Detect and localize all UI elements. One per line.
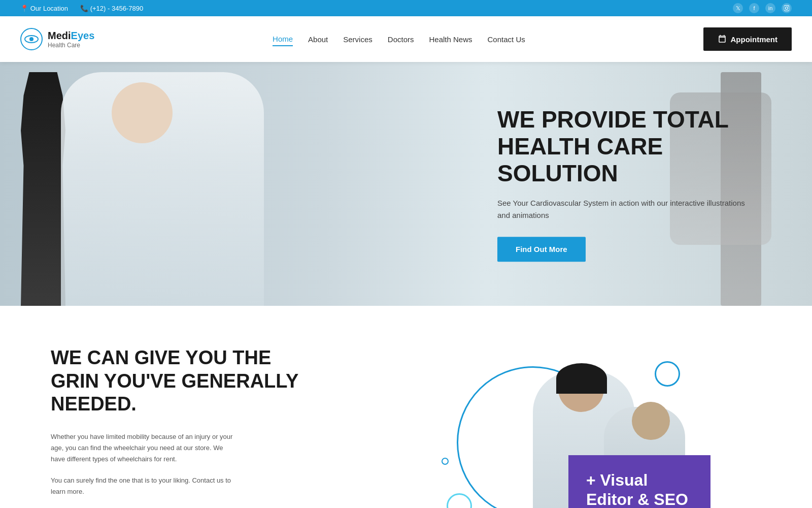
hero-content: WE PROVIDE TOTAL HEALTH CARE SOLUTION Se… (497, 106, 751, 262)
male-doctor-head (632, 402, 670, 440)
location-icon: 📍 (20, 5, 28, 12)
about-body-2: You can surely find the one that is to y… (51, 475, 233, 497)
location-info: 📍 Our Location (20, 5, 68, 12)
main-nav: Home About Services Doctors Health News … (273, 33, 525, 46)
phone-icon: 📞 (80, 5, 88, 12)
main-header: MediEyes Health Care Home About Services… (0, 16, 812, 62)
logo-name-part2: Eyes (71, 30, 95, 41)
hero-section: WE PROVIDE TOTAL HEALTH CARE SOLUTION Se… (0, 62, 812, 306)
logo-icon (20, 28, 43, 50)
promo-badge-title: + Visual Editor & SEO Tools (586, 470, 693, 508)
logo-name-part1: Medi (48, 30, 71, 41)
top-bar-left: 📍 Our Location 📞 (+12) - 3456-7890 (20, 5, 143, 12)
doctors-image-area: + Visual Editor & SEO Tools (528, 361, 690, 508)
hero-title: WE PROVIDE TOTAL HEALTH CARE SOLUTION (497, 106, 751, 187)
linkedin-icon[interactable]: in (765, 3, 775, 13)
logo-subtitle: Health Care (48, 42, 94, 49)
calendar-icon (718, 35, 727, 44)
hero-subtitle: See Your Cardiovascular System in action… (497, 197, 751, 221)
about-title-l1: WE CAN GIVE YOU THE (51, 347, 271, 368)
about-title-l3: NEEDED. (51, 393, 137, 415)
twitter-icon[interactable]: 𝕏 (733, 3, 743, 13)
female-doctor-hair (556, 363, 607, 394)
doctor-head-shape (112, 82, 173, 143)
top-bar-right: 𝕏 f in (733, 3, 792, 13)
instagram-icon[interactable] (782, 3, 792, 13)
hero-title-line1: WE PROVIDE TOTAL (497, 106, 729, 133)
nav-home[interactable]: Home (273, 33, 293, 46)
circle-dot (442, 458, 449, 465)
nav-health-news[interactable]: Health News (429, 33, 472, 46)
logo[interactable]: MediEyes Health Care (20, 28, 94, 50)
nav-doctors[interactable]: Doctors (388, 33, 414, 46)
circle-decoration-small-2 (447, 493, 472, 508)
about-left: WE CAN GIVE YOU THE GRIN YOU'VE GENERALL… (51, 346, 386, 508)
phone-text: (+12) - 3456-7890 (90, 5, 143, 12)
about-section: WE CAN GIVE YOU THE GRIN YOU'VE GENERALL… (0, 306, 812, 508)
about-title: WE CAN GIVE YOU THE GRIN YOU'VE GENERALL… (51, 346, 386, 416)
nav-contact[interactable]: Contact Us (488, 33, 525, 46)
promo-badge: + Visual Editor & SEO Tools (568, 455, 710, 508)
facebook-icon[interactable]: f (749, 3, 759, 13)
logo-name: MediEyes (48, 30, 94, 42)
appointment-button[interactable]: Appointment (703, 27, 792, 51)
phone-info: 📞 (+12) - 3456-7890 (80, 5, 143, 12)
eye-shape (24, 35, 39, 43)
appointment-label: Appointment (731, 35, 777, 44)
top-bar: 📍 Our Location 📞 (+12) - 3456-7890 𝕏 f i… (0, 0, 812, 16)
nav-about[interactable]: About (308, 33, 328, 46)
nav-services[interactable]: Services (343, 33, 373, 46)
pupil-shape (29, 37, 33, 41)
about-right: + Visual Editor & SEO Tools (426, 356, 761, 508)
hero-title-line2: HEALTH CARE SOLUTION (497, 133, 663, 186)
about-title-l2: GRIN YOU'VE GENERALLY (51, 370, 298, 392)
about-body-1: Whether you have limited mobility becaus… (51, 431, 233, 465)
logo-text: MediEyes Health Care (48, 30, 94, 49)
find-more-button[interactable]: Find Out More (497, 237, 586, 262)
location-text: Our Location (30, 5, 68, 12)
